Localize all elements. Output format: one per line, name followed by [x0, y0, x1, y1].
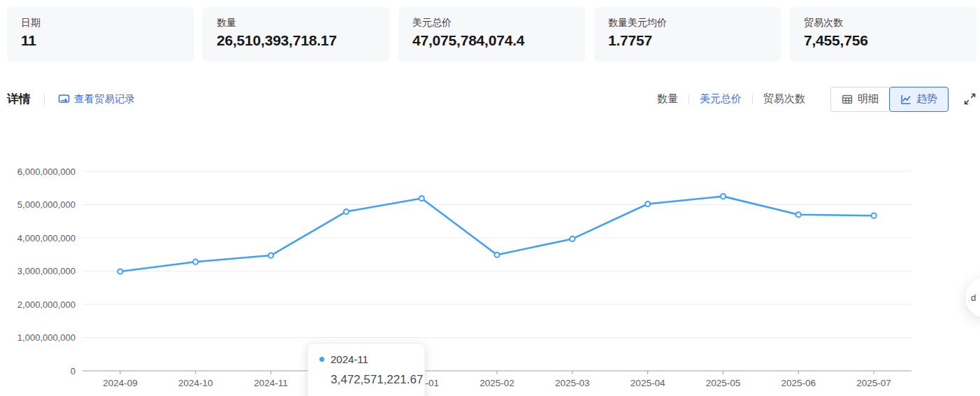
stat-label: 数量美元均价: [608, 16, 767, 29]
stat-value: 11: [21, 32, 180, 49]
trend-view-label: 趋势: [916, 92, 937, 106]
stat-card-usd-total: 美元总价 47,075,784,074.4: [398, 7, 585, 62]
divider: [689, 94, 689, 104]
svg-text:4,000,000,000: 4,000,000,000: [17, 233, 75, 243]
metric-tab-trade-count[interactable]: 贸易次数: [763, 92, 805, 106]
svg-text:2025-03: 2025-03: [555, 378, 590, 388]
svg-text:1,000,000,000: 1,000,000,000: [17, 332, 75, 343]
svg-text:2024-10: 2024-10: [178, 378, 213, 388]
svg-text:6,000,000,000: 6,000,000,000: [17, 167, 75, 177]
metric-tab-usd-total[interactable]: 美元总价: [700, 92, 742, 106]
svg-text:2025-05: 2025-05: [706, 378, 741, 388]
detail-toolbar: 详情 查看贸易记录 数量 美元总价 贸易次数: [7, 86, 977, 112]
open-records-icon: [58, 93, 70, 105]
tooltip-category: 2024-11: [331, 353, 368, 365]
tooltip-value: 3,472,571,221.67: [331, 373, 413, 387]
fullscreen-icon[interactable]: [963, 92, 977, 106]
stat-card-avg-price: 数量美元均价 1.7757: [594, 7, 781, 62]
tooltip-header: 2024-11: [319, 353, 413, 365]
stat-value: 1.7757: [608, 32, 767, 49]
stat-label: 日期: [21, 16, 180, 29]
chart-canvas[interactable]: 01,000,000,0002,000,000,0003,000,000,000…: [0, 161, 980, 396]
svg-text:0: 0: [71, 366, 75, 376]
stats-row: 日期 11 数量 26,510,393,718.17 美元总价 47,075,7…: [7, 7, 977, 62]
chart-tooltip: 2024-11 3,472,571,221.67: [308, 343, 425, 396]
stat-label: 数量: [217, 16, 375, 29]
stat-label: 美元总价: [412, 16, 571, 29]
trade-detail-page: 日期 11 数量 26,510,393,718.17 美元总价 47,075,7…: [0, 0, 980, 396]
svg-text:2024-11: 2024-11: [254, 378, 288, 388]
divider: [752, 94, 753, 104]
metric-tab-quantity[interactable]: 数量: [657, 92, 678, 106]
table-icon: [842, 94, 853, 105]
divider: [44, 93, 45, 105]
view-toggle-group: 明细 趋势: [830, 87, 949, 112]
stat-value: 26,510,393,718.17: [217, 32, 375, 49]
detail-toolbar-left: 详情 查看贸易记录: [7, 91, 135, 107]
svg-text:2025-02: 2025-02: [480, 378, 514, 388]
svg-text:5,000,000,000: 5,000,000,000: [17, 199, 75, 210]
floating-widget-glyph: d: [971, 292, 976, 303]
series-dot-icon: [319, 357, 324, 362]
stat-value: 47,075,784,074.4: [412, 32, 571, 49]
svg-text:2025-06: 2025-06: [781, 378, 816, 388]
stat-card-trade-count: 贸易次数 7,455,756: [790, 7, 977, 62]
svg-text:3,000,000,000: 3,000,000,000: [17, 266, 75, 276]
page-title: 详情: [7, 91, 31, 107]
stat-card-date: 日期 11: [7, 7, 194, 62]
trend-view-button[interactable]: 趋势: [889, 87, 949, 112]
view-trade-records-link[interactable]: 查看贸易记录: [58, 92, 135, 106]
trend-line-chart[interactable]: 01,000,000,0002,000,000,0003,000,000,000…: [0, 161, 980, 396]
detail-toolbar-right: 数量 美元总价 贸易次数 明细: [657, 87, 977, 112]
svg-text:2,000,000,000: 2,000,000,000: [17, 299, 75, 310]
detail-view-button[interactable]: 明细: [830, 87, 889, 112]
stat-card-quantity: 数量 26,510,393,718.17: [203, 7, 389, 62]
stat-label: 贸易次数: [804, 16, 963, 29]
svg-text:2025-07: 2025-07: [856, 378, 891, 388]
stat-value: 7,455,756: [804, 32, 963, 49]
trend-chart-icon: [900, 94, 911, 105]
svg-text:2024-09: 2024-09: [103, 378, 138, 388]
view-trade-records-label: 查看贸易记录: [74, 92, 135, 106]
svg-text:2025-04: 2025-04: [630, 378, 665, 388]
detail-view-label: 明细: [858, 92, 879, 106]
